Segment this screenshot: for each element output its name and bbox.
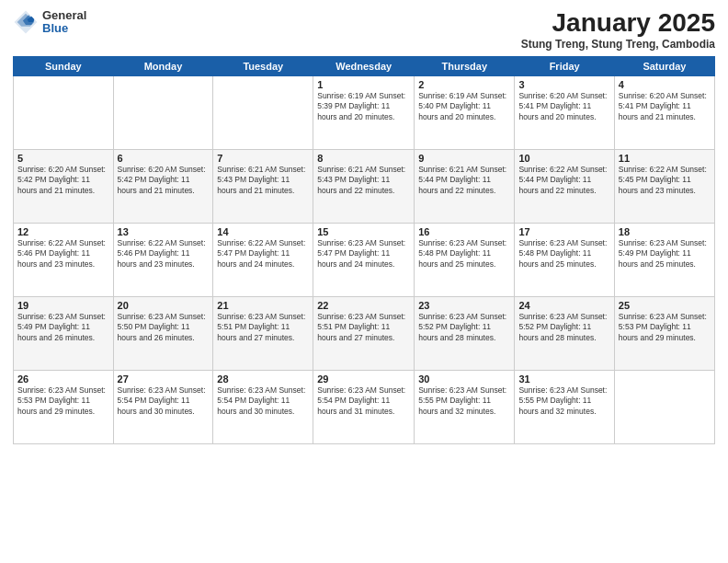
calendar-day-cell — [614, 370, 714, 443]
day-info: Sunrise: 6:21 AM Sunset: 5:43 PM Dayligh… — [217, 165, 309, 196]
day-info: Sunrise: 6:23 AM Sunset: 5:51 PM Dayligh… — [217, 312, 309, 343]
calendar-day-cell: 31Sunrise: 6:23 AM Sunset: 5:55 PM Dayli… — [515, 370, 614, 443]
calendar-day-cell: 22Sunrise: 6:23 AM Sunset: 5:51 PM Dayli… — [313, 296, 415, 370]
day-number: 23 — [418, 300, 510, 311]
calendar-day-header: Monday — [113, 56, 213, 75]
calendar-day-header: Sunday — [14, 56, 114, 75]
calendar-week-row: 26Sunrise: 6:23 AM Sunset: 5:53 PM Dayli… — [14, 370, 715, 443]
calendar-day-cell: 14Sunrise: 6:22 AM Sunset: 5:47 PM Dayli… — [213, 223, 313, 296]
day-number: 3 — [518, 79, 609, 90]
calendar-day-cell: 6Sunrise: 6:20 AM Sunset: 5:42 PM Daylig… — [113, 149, 213, 223]
calendar-day-cell: 5Sunrise: 6:20 AM Sunset: 5:42 PM Daylig… — [14, 149, 114, 223]
calendar-day-header: Saturday — [614, 56, 714, 75]
calendar-day-cell: 20Sunrise: 6:23 AM Sunset: 5:50 PM Dayli… — [113, 296, 213, 370]
day-number: 2 — [418, 79, 510, 90]
day-info: Sunrise: 6:23 AM Sunset: 5:49 PM Dayligh… — [17, 312, 109, 343]
calendar-day-header: Wednesday — [313, 56, 415, 75]
day-number: 13 — [118, 226, 210, 237]
day-info: Sunrise: 6:23 AM Sunset: 5:50 PM Dayligh… — [118, 312, 210, 343]
day-number: 18 — [619, 226, 711, 237]
day-info: Sunrise: 6:23 AM Sunset: 5:53 PM Dayligh… — [619, 312, 711, 343]
calendar-day-cell: 10Sunrise: 6:22 AM Sunset: 5:44 PM Dayli… — [515, 149, 614, 223]
calendar-day-cell: 15Sunrise: 6:23 AM Sunset: 5:47 PM Dayli… — [313, 223, 415, 296]
calendar-day-cell: 12Sunrise: 6:22 AM Sunset: 5:46 PM Dayli… — [14, 223, 114, 296]
day-number: 22 — [317, 300, 410, 311]
calendar-day-cell: 11Sunrise: 6:22 AM Sunset: 5:45 PM Dayli… — [614, 149, 714, 223]
day-info: Sunrise: 6:22 AM Sunset: 5:46 PM Dayligh… — [118, 238, 210, 270]
calendar-day-cell: 23Sunrise: 6:23 AM Sunset: 5:52 PM Dayli… — [415, 296, 515, 370]
day-info: Sunrise: 6:23 AM Sunset: 5:51 PM Dayligh… — [317, 312, 410, 343]
day-number: 31 — [518, 373, 609, 385]
day-number: 9 — [418, 153, 510, 164]
calendar-day-cell: 17Sunrise: 6:23 AM Sunset: 5:48 PM Dayli… — [515, 223, 614, 296]
calendar-day-cell: 7Sunrise: 6:21 AM Sunset: 5:43 PM Daylig… — [213, 149, 313, 223]
day-info: Sunrise: 6:23 AM Sunset: 5:55 PM Dayligh… — [518, 385, 609, 417]
day-info: Sunrise: 6:23 AM Sunset: 5:47 PM Dayligh… — [317, 238, 410, 270]
day-info: Sunrise: 6:23 AM Sunset: 5:54 PM Dayligh… — [118, 385, 210, 417]
calendar-day-cell: 21Sunrise: 6:23 AM Sunset: 5:51 PM Dayli… — [213, 296, 313, 370]
day-number: 7 — [217, 153, 309, 164]
day-info: Sunrise: 6:20 AM Sunset: 5:42 PM Dayligh… — [118, 165, 210, 196]
calendar-day-cell: 8Sunrise: 6:21 AM Sunset: 5:43 PM Daylig… — [313, 149, 415, 223]
day-info: Sunrise: 6:22 AM Sunset: 5:44 PM Dayligh… — [518, 165, 609, 196]
calendar-day-cell: 18Sunrise: 6:23 AM Sunset: 5:49 PM Dayli… — [614, 223, 714, 296]
day-number: 1 — [317, 79, 410, 90]
day-number: 5 — [17, 153, 109, 164]
logo-general-text: General — [42, 9, 86, 22]
subtitle: Stung Treng, Stung Treng, Cambodia — [521, 38, 715, 51]
day-number: 20 — [118, 300, 210, 311]
day-number: 26 — [17, 373, 109, 385]
day-number: 6 — [118, 153, 210, 164]
header: General Blue January 2025 Stung Treng, S… — [13, 9, 715, 51]
day-number: 28 — [217, 373, 309, 385]
day-info: Sunrise: 6:21 AM Sunset: 5:44 PM Dayligh… — [418, 165, 510, 196]
calendar-day-cell: 26Sunrise: 6:23 AM Sunset: 5:53 PM Dayli… — [14, 370, 114, 443]
day-info: Sunrise: 6:22 AM Sunset: 5:47 PM Dayligh… — [217, 238, 309, 270]
day-info: Sunrise: 6:22 AM Sunset: 5:45 PM Dayligh… — [619, 165, 711, 196]
calendar-day-cell: 1Sunrise: 6:19 AM Sunset: 5:39 PM Daylig… — [313, 75, 415, 149]
calendar-day-cell: 3Sunrise: 6:20 AM Sunset: 5:41 PM Daylig… — [515, 75, 614, 149]
calendar-day-cell: 4Sunrise: 6:20 AM Sunset: 5:41 PM Daylig… — [614, 75, 714, 149]
day-info: Sunrise: 6:23 AM Sunset: 5:49 PM Dayligh… — [619, 238, 711, 270]
day-info: Sunrise: 6:23 AM Sunset: 5:52 PM Dayligh… — [518, 312, 609, 343]
day-number: 25 — [619, 300, 711, 311]
page: General Blue January 2025 Stung Treng, S… — [0, 0, 728, 563]
calendar-day-header: Tuesday — [213, 56, 313, 75]
day-info: Sunrise: 6:19 AM Sunset: 5:39 PM Dayligh… — [317, 91, 410, 122]
logo-blue-text: Blue — [42, 22, 86, 35]
day-info: Sunrise: 6:20 AM Sunset: 5:42 PM Dayligh… — [17, 165, 109, 196]
day-number: 8 — [317, 153, 410, 164]
calendar-week-row: 19Sunrise: 6:23 AM Sunset: 5:49 PM Dayli… — [14, 296, 715, 370]
logo-text: General Blue — [42, 9, 86, 36]
day-info: Sunrise: 6:21 AM Sunset: 5:43 PM Dayligh… — [317, 165, 410, 196]
calendar-day-cell: 13Sunrise: 6:22 AM Sunset: 5:46 PM Dayli… — [113, 223, 213, 296]
day-info: Sunrise: 6:23 AM Sunset: 5:52 PM Dayligh… — [418, 312, 510, 343]
calendar-day-cell: 27Sunrise: 6:23 AM Sunset: 5:54 PM Dayli… — [113, 370, 213, 443]
day-number: 19 — [17, 300, 109, 311]
day-number: 15 — [317, 226, 410, 237]
calendar-day-header: Friday — [515, 56, 614, 75]
day-number: 4 — [619, 79, 711, 90]
calendar-day-cell: 25Sunrise: 6:23 AM Sunset: 5:53 PM Dayli… — [614, 296, 714, 370]
calendar-header-row: SundayMondayTuesdayWednesdayThursdayFrid… — [14, 56, 715, 75]
calendar-day-cell: 28Sunrise: 6:23 AM Sunset: 5:54 PM Dayli… — [213, 370, 313, 443]
day-info: Sunrise: 6:23 AM Sunset: 5:55 PM Dayligh… — [418, 385, 510, 417]
day-number: 30 — [418, 373, 510, 385]
calendar-day-cell: 24Sunrise: 6:23 AM Sunset: 5:52 PM Dayli… — [515, 296, 614, 370]
calendar-day-cell: 30Sunrise: 6:23 AM Sunset: 5:55 PM Dayli… — [415, 370, 515, 443]
logo-icon — [13, 9, 39, 35]
day-number: 29 — [317, 373, 410, 385]
day-info: Sunrise: 6:23 AM Sunset: 5:54 PM Dayligh… — [217, 385, 309, 417]
calendar-day-cell — [113, 75, 213, 149]
month-title: January 2025 — [521, 9, 715, 38]
day-info: Sunrise: 6:23 AM Sunset: 5:54 PM Dayligh… — [317, 385, 410, 417]
calendar-day-cell: 2Sunrise: 6:19 AM Sunset: 5:40 PM Daylig… — [415, 75, 515, 149]
day-number: 27 — [118, 373, 210, 385]
day-number: 14 — [217, 226, 309, 237]
calendar-day-cell: 9Sunrise: 6:21 AM Sunset: 5:44 PM Daylig… — [415, 149, 515, 223]
day-number: 11 — [619, 153, 711, 164]
day-info: Sunrise: 6:23 AM Sunset: 5:48 PM Dayligh… — [518, 238, 609, 270]
day-info: Sunrise: 6:22 AM Sunset: 5:46 PM Dayligh… — [17, 238, 109, 270]
day-number: 10 — [518, 153, 609, 164]
calendar-week-row: 1Sunrise: 6:19 AM Sunset: 5:39 PM Daylig… — [14, 75, 715, 149]
